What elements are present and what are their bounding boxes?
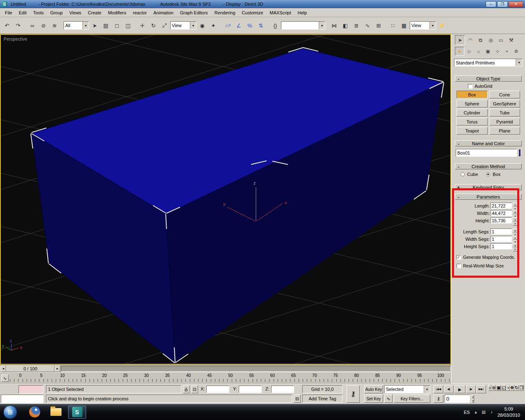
menu-item[interactable]: Modifiers [105,9,130,16]
selection-filter-dropdown[interactable]: All ▼ [64,21,89,30]
menu-item[interactable]: Group [47,9,66,16]
next-frame-icon[interactable]: |▶ [466,385,476,393]
torus-button[interactable]: Torus [457,118,488,126]
time-slider-handle[interactable]: 0 / 100 [6,365,55,372]
render-scene-icon[interactable]: ▦ [399,20,409,31]
select-by-name-icon[interactable]: ▤ [100,20,111,31]
geosphere-button[interactable]: GeoSphere [489,100,520,107]
select-object-icon[interactable]: ➤ [89,20,100,31]
radio-box[interactable] [486,172,490,176]
tab-display[interactable]: ▭ [496,35,506,45]
field-of-view-icon[interactable]: ◔ [506,385,510,391]
rollout-name-and-color[interactable]: - Name and Color [455,140,522,146]
select-and-rotate-icon[interactable]: ↻ [148,20,159,31]
previous-frame-arrow[interactable]: ◄ [0,365,6,372]
menu-item[interactable]: File [2,9,16,16]
key-filters-button[interactable]: Key Filters... [394,395,430,403]
edit-named-selections-icon[interactable]: {} [270,20,281,31]
mirror-icon[interactable]: ⋈ [329,20,340,31]
length-segs-spinner[interactable] [513,228,518,235]
select-and-manipulate-icon[interactable]: ✦ [208,20,219,31]
length-segs-input[interactable] [491,228,512,235]
undo-icon[interactable]: ↶ [2,20,12,31]
layer-manager-icon[interactable]: ≣ [351,20,362,31]
track-bar[interactable]: ∿ 05101520253035404550556065707580859095… [0,372,451,383]
volume-tray-icon[interactable]: ♪ [491,410,493,414]
select-and-link-icon[interactable]: ∞ [27,20,38,31]
previous-frame-icon[interactable]: ◀| [444,385,454,393]
window-crossing-icon[interactable]: ◫ [123,20,133,31]
render-type-dropdown[interactable]: View ▼ [410,21,436,30]
subcategory-dropdown[interactable]: Standard Primitives ▼ [454,59,523,66]
explorer-taskbar-icon[interactable] [47,406,65,419]
select-and-scale-icon[interactable]: ⤢ [159,20,170,31]
viewport-canvas[interactable]: z y x z y x [1,35,450,364]
rollout-creation-method[interactable]: - Creation Method [455,163,522,169]
tab-hierarchy[interactable]: ⧉ [475,35,486,45]
teapot-button[interactable]: Teapot [457,127,488,135]
viewport-label[interactable]: Perspective [4,37,27,41]
object-color-swatch[interactable] [519,149,521,157]
selection-region-icon[interactable]: ◻ [112,20,122,31]
mini-curve-editor-icon[interactable]: ∿ [1,374,9,382]
zoom-extents-icon[interactable]: ▣ [496,385,501,391]
named-selection-dropdown[interactable]: ▼ [281,21,325,30]
menu-item[interactable]: Rendering [211,9,239,16]
taskbar-clock[interactable]: 5:09 28/03/2010 [498,406,520,418]
length-spinner[interactable] [513,203,518,209]
rollout-object-type[interactable]: - Object Type [455,75,522,82]
menu-item[interactable]: Edit [16,9,30,16]
y-coordinate-input[interactable] [239,386,262,393]
play-icon[interactable]: ▶ [454,385,466,393]
x-coordinate-input[interactable] [206,386,229,393]
curve-editor-icon[interactable]: ∿ [362,20,373,31]
category-geometry-icon[interactable]: ● [455,47,464,56]
snaps-toggle-icon[interactable]: ∩³ [222,20,233,31]
bind-to-space-warp-icon[interactable]: ≋ [49,20,60,31]
angle-snap-icon[interactable]: ∠ [233,20,244,31]
auto-key-button[interactable]: Auto Key [364,385,383,393]
tab-motion[interactable]: ◎ [486,35,496,45]
set-key-button[interactable]: Set Key [364,395,383,403]
minimize-button[interactable]: – [486,1,496,7]
quick-render-icon[interactable]: ⚡ [436,20,447,31]
width-segs-input[interactable] [491,236,512,242]
align-icon[interactable]: ◧ [340,20,351,31]
rollout-keyboard-entry[interactable]: + Keyboard Entry [455,184,522,190]
category-lights-icon[interactable]: ☼ [474,47,483,56]
box-object[interactable] [32,48,443,363]
object-name-input[interactable] [456,149,517,157]
use-pivot-center-icon[interactable]: ◉ [197,20,208,31]
default-tangent-icon[interactable]: ∿ [384,395,393,403]
menu-item[interactable]: Help [294,9,310,16]
height-input[interactable] [491,217,512,224]
tab-create[interactable]: ➤ [455,35,465,45]
current-frame-input[interactable] [445,395,470,403]
cylinder-button[interactable]: Cylinder [457,109,488,116]
spinner-snap-icon[interactable]: ⇅ [256,20,266,31]
min-max-toggle-icon[interactable]: ❒ [519,385,524,391]
cone-button[interactable]: Cone [489,91,520,98]
sphere-button[interactable]: Sphere [457,100,488,107]
menu-item[interactable]: Animation [150,9,177,16]
category-space-warps-icon[interactable]: ≈ [502,47,511,56]
category-cameras-icon[interactable]: ▣ [483,47,493,56]
menu-item[interactable]: Views [66,9,84,16]
menu-item[interactable]: Customize [239,9,267,16]
time-slider-track[interactable] [61,366,451,372]
z-coordinate-input[interactable] [271,386,294,393]
radio-cube[interactable] [461,172,465,176]
perspective-viewport[interactable]: Perspective [0,34,451,365]
autogrid-checkbox[interactable] [468,84,472,89]
width-spinner[interactable] [513,210,518,216]
go-to-end-icon[interactable]: ▶▶| [476,385,486,393]
zoom-extents-all-icon[interactable]: ◱ [501,385,506,391]
select-and-move-icon[interactable]: ✛ [137,20,148,31]
real-world-checkbox[interactable] [457,264,461,268]
generate-mapping-checkbox[interactable]: ✓ [457,255,461,260]
show-hidden-icons[interactable]: ▴ [475,410,477,414]
schematic-view-icon[interactable]: ⊞ [373,20,384,31]
maximize-button[interactable]: ❐ [497,1,508,7]
maxscript-mini-listener[interactable] [1,395,43,403]
network-tray-icon[interactable]: ▤ [482,410,485,414]
